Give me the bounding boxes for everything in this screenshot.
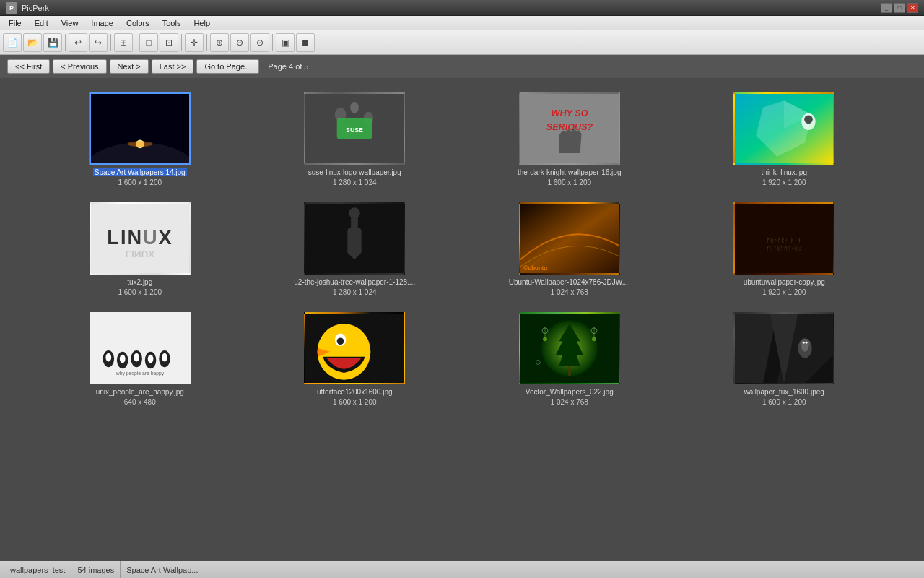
select-button[interactable]: ▣ [276,33,295,52]
status-folder: wallpapers_test [4,561,71,578]
redo-button[interactable]: ↪ [89,33,108,52]
image-caption: wallpaper_tux_1600.jpeg 1 600 x 1 200 [744,387,824,407]
image-thumbnail [90,92,191,165]
title-bar: P PicPerk _ □ ✕ [0,0,924,16]
menu-item-file[interactable]: File [3,17,27,29]
status-selected-file: Space Art Wallpap... [121,561,204,578]
image-item[interactable]: Vector_Wallpapers_022.jpg 1 024 x 768 [473,312,666,407]
svg-point-58 [592,337,596,341]
image-dimensions: 1 280 x 1 024 [333,178,377,186]
svg-point-17 [804,116,813,124]
undo-button[interactable]: ↩ [69,33,87,52]
image-item[interactable]: LINUX LINUX tux2.jpg 1 600 x 1 200 [43,202,237,298]
svg-text:©ubuntu: ©ubuntu [523,264,547,272]
image-filename: the-dark-knight-wallpaper-16.jpg [518,168,621,176]
status-count: 54 images [71,561,121,578]
image-filename: unix_people_are_happy.jpg [96,388,184,396]
svg-point-31 [105,353,111,362]
image-dimensions: 1 024 x 768 [551,288,588,296]
new-button[interactable]: 📄 [3,33,22,52]
fit-button[interactable]: ⊡ [160,33,178,52]
zoom-out-button[interactable]: ⊖ [230,33,249,52]
app-icon: P [6,2,17,14]
crosshair-button[interactable]: ✛ [185,33,204,52]
menu-item-view[interactable]: View [56,17,84,29]
image-item[interactable]: ᚠᚢᚦᚨᚱᚲ ᚹᛁᚾ ᛉᛊᛏᛒᛖᛗᛚᛜᛞᛟ ubuntuwallpaper-co… [688,202,881,298]
minimize-button[interactable]: _ [881,3,892,13]
image-dimensions: 1 920 x 1 200 [762,178,806,186]
image-caption: suse-linux-logo-wallpaper.jpg 1 280 x 1 … [308,168,401,188]
image-filename: think_linux.jpg [762,168,807,176]
image-filename: Vector_Wallpapers_022.jpg [526,388,614,396]
image-filename: u2-the-joshua-tree-wallpaper-1-128.... [294,278,415,286]
next-button[interactable]: Next > [110,59,149,74]
menu-item-image[interactable]: Image [85,17,119,29]
close-button[interactable]: ✕ [907,3,918,13]
image-item[interactable]: why people are happy unix_people_are_hap… [43,312,237,407]
image-dimensions: 1 024 x 768 [551,398,588,406]
image-filename: ubuntuwallpaper-copy.jpg [744,278,825,286]
image-thumbnail: ᚠᚢᚦᚨᚱᚲ ᚹᛁᚾ ᛉᛊᛏᛒᛖᛗᛚᛜᛞᛟ [733,202,834,275]
image-item[interactable]: utterface1200x1600.jpg 1 600 x 1 200 [258,312,452,407]
image-item[interactable]: think_linux.jpg 1 920 x 1 200 [688,92,881,188]
image-caption: the-dark-knight-wallpaper-16.jpg 1 600 x… [518,168,621,188]
svg-point-40 [147,355,153,363]
image-thumbnail: WHY SO SERIOUS? [519,92,620,165]
menu-bar: FileEditViewImageColorsToolsHelp [0,16,924,30]
image-caption: Ubuntu-Wallpaper-1024x786-JDJW.... 1 024… [509,277,630,298]
image-dimensions: 1 920 x 1 200 [762,288,806,296]
window-button[interactable]: □ [139,33,158,52]
goto-button[interactable]: Go to Page... [196,59,259,74]
window-title: PicPerk [22,4,881,12]
toolbar-separator-6 [272,34,273,51]
zoom-rect-button[interactable]: ⊙ [250,33,269,52]
image-item[interactable]: wallpaper_tux_1600.jpeg 1 600 x 1 200 [688,312,881,407]
zoom-in-button[interactable]: ⊕ [210,33,229,52]
navigation-bar: << First < Previous Next > Last >> Go to… [0,55,924,78]
toolbar-separator-4 [181,34,182,51]
menu-item-help[interactable]: Help [188,17,216,29]
image-dimensions: 640 x 480 [124,398,156,406]
image-grid-container: Space Art Wallpapers 14.jpg 1 600 x 1 20… [0,78,924,561]
fill-button[interactable]: ◼ [296,33,315,52]
image-caption: ubuntuwallpaper-copy.jpg 1 920 x 1 200 [744,277,825,298]
toolbar-separator-1 [65,34,66,51]
menu-item-colors[interactable]: Colors [121,17,155,29]
first-button[interactable]: << First [7,59,50,74]
svg-point-43 [162,353,167,362]
svg-text:LINUX: LINUX [107,226,173,249]
image-thumbnail: ©ubuntu [519,202,620,275]
svg-text:ᚠᚢᚦᚨᚱᚲ ᚹᛁᚾ: ᚠᚢᚦᚨᚱᚲ ᚹᛁᚾ [767,237,801,243]
toolbar-separator-3 [136,34,136,51]
svg-text:LINUX: LINUX [125,249,154,259]
last-button[interactable]: Last >> [152,59,194,74]
image-dimensions: 1 600 x 1 200 [118,178,162,186]
svg-text:SUSE: SUSE [346,126,363,134]
status-bar: wallpapers_test 54 images Space Art Wall… [0,561,924,578]
toolbar-separator-2 [110,34,111,51]
image-item[interactable]: Space Art Wallpapers 14.jpg 1 600 x 1 20… [43,92,237,188]
image-thumbnail [304,202,405,275]
open-button[interactable]: 📂 [23,33,42,52]
maximize-button[interactable]: □ [894,3,905,13]
image-caption: tux2.jpg 1 600 x 1 200 [118,277,162,298]
svg-point-7 [350,102,359,113]
image-filename: wallpaper_tux_1600.jpeg [744,388,824,396]
image-filename: suse-linux-logo-wallpaper.jpg [308,168,401,176]
image-dimensions: 1 600 x 1 200 [333,398,377,406]
image-item[interactable]: u2-the-joshua-tree-wallpaper-1-128.... 1… [258,202,452,298]
image-item[interactable]: ©ubuntu Ubuntu-Wallpaper-1024x786-JDJW..… [473,202,666,298]
svg-text:ᛉᛊᛏᛒᛖᛗᛚᛜᛞᛟ: ᛉᛊᛏᛒᛖᛗᛚᛜᛞᛟ [766,246,802,252]
prev-button[interactable]: < Previous [53,59,106,74]
browse-button[interactable]: ⊞ [114,33,133,52]
svg-point-34 [120,355,126,363]
svg-point-63 [803,342,805,344]
window-controls: _ □ ✕ [881,3,918,13]
save-button[interactable]: 💾 [43,33,62,52]
image-thumbnail [304,312,405,384]
menu-item-tools[interactable]: Tools [157,17,187,29]
menu-item-edit[interactable]: Edit [29,17,54,29]
image-item[interactable]: WHY SO SERIOUS? the-dark-knight-wallpape… [473,92,666,188]
image-item[interactable]: SUSE suse-linux-logo-wallpaper.jpg 1 280… [258,92,452,188]
image-thumbnail [519,312,620,384]
